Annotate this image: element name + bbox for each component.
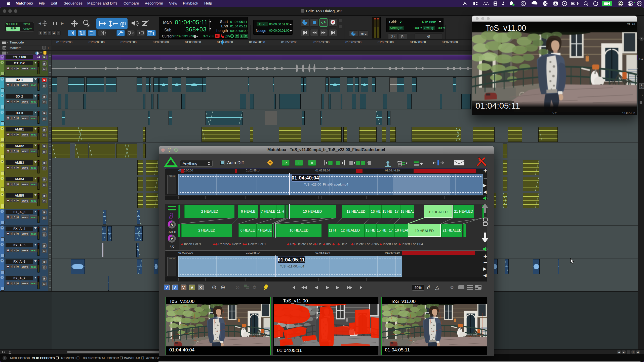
svg-text:C: C — [522, 2, 524, 5]
svg-text:V: V — [171, 237, 173, 241]
